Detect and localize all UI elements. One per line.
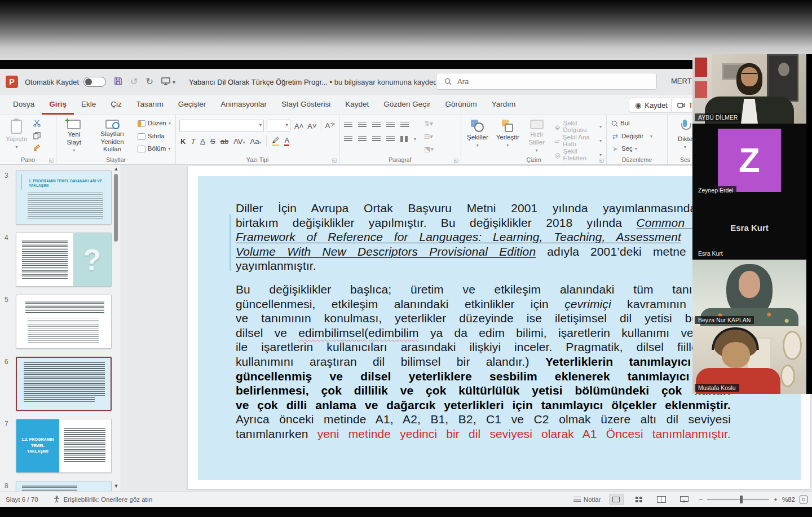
menu-tab-geçişler[interactable]: Geçişler xyxy=(171,95,214,115)
menu-tab-kaydet[interactable]: Kaydet xyxy=(338,95,376,115)
menu-tab-animasyonlar[interactable]: Animasyonlar xyxy=(213,95,274,115)
pano-dialog-launcher-icon[interactable]: ◱ xyxy=(48,157,54,163)
highlight-color-button[interactable]: 🖉 xyxy=(272,136,279,146)
reading-view-button[interactable] xyxy=(654,494,669,505)
menu-tab-slayt-gösterisi[interactable]: Slayt Gösterisi xyxy=(274,95,338,115)
slide-sorter-view-button[interactable] xyxy=(632,494,646,505)
font-size-combo[interactable] xyxy=(267,120,290,132)
slide-thumbnail-6[interactable]: 6 xyxy=(16,357,112,411)
record-button[interactable]: ◉ Kaydet xyxy=(629,98,674,112)
participant-tile-esra-kurt[interactable]: Esra KurtEsra Kurt xyxy=(692,196,806,260)
paste-button[interactable]: Yapıştır▾ xyxy=(3,119,30,154)
menu-tab-yardım[interactable]: Yardım xyxy=(484,95,523,115)
zoom-out-button[interactable]: − xyxy=(699,496,703,503)
start-presentation-icon[interactable] xyxy=(161,77,170,87)
ribbon: Yapıştır▾ Pano ◱ Yeni Slayt▾ xyxy=(0,115,812,165)
account-name[interactable]: MERT xyxy=(671,77,692,85)
participant-tile-aybü-di̇lmer[interactable]: AYBÜ DİLMER xyxy=(692,54,806,124)
zoom-slider-thumb[interactable] xyxy=(740,496,743,503)
slide-thumbnail-5[interactable]: 5 xyxy=(16,295,112,349)
slide-thumbnail-7[interactable]: 71.2. PROGRAMIN TEMEL YAKLAŞIMI xyxy=(16,419,112,473)
menu-tab-tasarım[interactable]: Tasarım xyxy=(129,95,171,115)
clear-formatting-button[interactable]: A𝄢 xyxy=(325,121,335,130)
dictate-button[interactable]: Dikte▾ xyxy=(676,119,695,154)
scroll-up-icon[interactable]: ▲ xyxy=(113,166,119,172)
quick-styles-button[interactable]: Hızlı Stiller▾ xyxy=(525,119,549,154)
normal-view-button[interactable] xyxy=(609,494,624,505)
increase-indent-icon[interactable] xyxy=(386,122,395,128)
align-left-icon[interactable] xyxy=(344,136,352,142)
underline-button[interactable]: A xyxy=(200,137,205,146)
shapes-button[interactable]: Şekiller▾ xyxy=(465,119,491,154)
change-case-button[interactable]: Aa▾ xyxy=(250,137,262,146)
drawing-dialog-launcher-icon[interactable]: ◱ xyxy=(599,157,604,163)
copy-button[interactable] xyxy=(33,132,41,141)
undo-icon[interactable]: ↺ xyxy=(130,77,138,86)
font-name-combo[interactable] xyxy=(179,120,264,132)
menu-tab-görünüm[interactable]: Görünüm xyxy=(438,95,484,115)
menu-tab-ekle[interactable]: Ekle xyxy=(74,95,103,115)
align-text-icon[interactable]: ⊟▾ xyxy=(424,133,432,141)
new-slide-button[interactable]: Yeni Slayt▾ xyxy=(60,119,88,154)
thumbnail-scrollbar[interactable]: ▲ ▼ xyxy=(113,165,120,491)
font-color-button[interactable]: A xyxy=(284,136,289,146)
convert-smartart-icon[interactable]: ⬔▾ xyxy=(424,145,432,153)
section-button[interactable]: Bölüm▾ xyxy=(136,145,172,153)
thumbnail-number: 4 xyxy=(5,234,8,242)
character-spacing-button[interactable]: AV▾ xyxy=(233,137,245,146)
search-input[interactable]: Ara xyxy=(436,73,657,90)
normal-view-icon xyxy=(612,497,620,502)
zoom-in-button[interactable]: + xyxy=(774,496,778,503)
zoom-level: %82 xyxy=(782,496,795,503)
shrink-font-button[interactable]: A˅ xyxy=(307,122,316,130)
shape-fill-button[interactable]: ⬙Şekil Dolgusu▾ xyxy=(553,120,603,134)
strikethrough-button[interactable]: S xyxy=(210,137,215,146)
bold-button[interactable]: K xyxy=(180,137,186,146)
font-dialog-launcher-icon[interactable]: ◱ xyxy=(332,157,337,163)
slide-thumbnail-4[interactable]: 4? xyxy=(16,233,112,287)
menu-tab-dosya[interactable]: Dosya xyxy=(6,95,42,115)
autosave-toggle[interactable] xyxy=(83,77,106,87)
layout-button[interactable]: Düzen▾ xyxy=(136,120,172,128)
scroll-down-icon[interactable]: ▼ xyxy=(113,483,119,489)
italic-button[interactable]: T xyxy=(191,137,195,146)
format-painter-button[interactable] xyxy=(33,144,41,153)
scrollbar-thumb[interactable] xyxy=(114,174,118,242)
align-right-icon[interactable] xyxy=(372,136,381,142)
fit-to-window-icon[interactable] xyxy=(800,496,807,503)
menu-tab-giriş[interactable]: Giriş xyxy=(42,95,74,115)
justify-icon[interactable] xyxy=(386,136,395,142)
participant-tile-zeynep-erdel[interactable]: ZZeynep Erdel xyxy=(692,124,806,196)
redo-icon[interactable]: ↻ xyxy=(146,77,153,86)
zoom-slider[interactable] xyxy=(707,499,769,500)
shape-outline-button[interactable]: ▱Şekil Ana Hattı▾ xyxy=(553,134,603,148)
menu-tab-çiz[interactable]: Çiz xyxy=(103,95,129,115)
slide-thumbnail-3[interactable]: 31. PROGRAMIN TEMEL DAYANAKLARI VE YAKLA… xyxy=(16,170,112,225)
menu-tab-gözden-geçir[interactable]: Gözden Geçir xyxy=(376,95,438,115)
columns-icon[interactable] xyxy=(400,136,408,142)
decrease-indent-icon[interactable] xyxy=(372,122,381,128)
align-center-icon[interactable] xyxy=(358,136,367,142)
cut-button[interactable] xyxy=(33,120,41,129)
accessibility-status[interactable]: Erişilebilirlik: Önerilere göz atın xyxy=(53,496,153,503)
qat-more-icon[interactable]: ▾ xyxy=(173,79,175,85)
slideshow-view-button[interactable] xyxy=(677,494,691,505)
text-direction-icon[interactable]: ⇅▾ xyxy=(424,120,432,128)
numbering-icon[interactable] xyxy=(358,122,367,128)
powerpoint-logo-icon[interactable]: P xyxy=(6,76,18,88)
text-shadow-button[interactable]: ab xyxy=(220,137,228,146)
find-button[interactable]: Bul xyxy=(610,120,664,128)
participant-tile-beyza-nur-kaplan[interactable]: Beyza Nur KAPLAN xyxy=(692,260,806,326)
select-button[interactable]: ➤Seç▾ xyxy=(610,145,664,153)
line-spacing-icon[interactable] xyxy=(400,122,409,128)
grow-font-button[interactable]: A˄ xyxy=(294,122,303,130)
notes-button[interactable]: Notlar xyxy=(573,496,601,503)
reuse-slides-button[interactable]: Slaytları Yeniden Kullan xyxy=(91,119,133,154)
participant-tile-mustafa-koslu[interactable]: Mustafa Koslu xyxy=(692,326,806,394)
replace-button[interactable]: ⇄Değiştir▾ xyxy=(610,133,664,141)
paragraph-dialog-launcher-icon[interactable]: ◱ xyxy=(453,157,458,163)
arrange-button[interactable]: Yerleştir▾ xyxy=(494,119,522,154)
bullets-icon[interactable] xyxy=(344,122,352,128)
reset-button[interactable]: Sıfırla xyxy=(136,133,172,141)
save-icon[interactable] xyxy=(114,77,122,87)
